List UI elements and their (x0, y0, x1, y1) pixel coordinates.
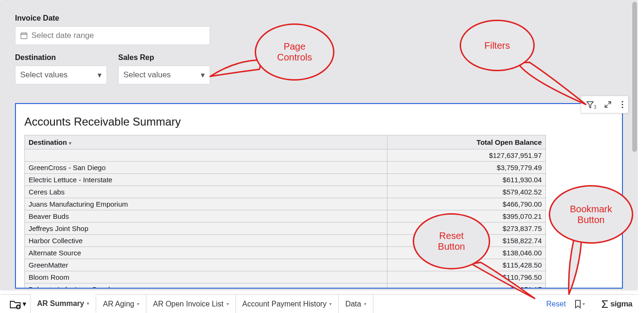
cell-destination: Belcosta Labs Long Beach (25, 283, 387, 289)
cell-destination: Electric Lettuce - Interstate (25, 174, 387, 186)
tab-account-payment-history[interactable]: Account Payment History▾ (236, 295, 339, 313)
sales-rep-label: Sales Rep (118, 53, 210, 62)
cell-destination: GreenMatter (25, 259, 387, 271)
cell-balance: $466,790.00 (387, 198, 546, 210)
chevron-down-icon: ▾ (23, 299, 26, 308)
tab-ar-open-invoice-list[interactable]: AR Open Invoice List▾ (146, 295, 235, 313)
annotation-bookmark-button: Bookmark Button (549, 185, 633, 244)
sales-rep-select[interactable]: Select values ▾ (118, 66, 210, 84)
tab-ar-summary[interactable]: AR Summary▾ (30, 294, 96, 313)
cell-balance: $127,637,951.97 (387, 149, 546, 162)
cell-destination: Juans Manufacturing Emporium (25, 198, 387, 210)
vertical-scrollbar[interactable] (632, 2, 637, 152)
column-header-balance[interactable]: Total Open Balance (387, 135, 546, 149)
table-row[interactable]: GreenCross - San Diego$3,759,779.49 (25, 162, 546, 174)
chevron-down-icon: ▾ (329, 301, 332, 306)
cell-balance: $3,759,779.49 (387, 162, 546, 174)
annotation-page-controls: Page Controls (255, 23, 334, 81)
table-row[interactable]: Electric Lettuce - Interstate$611,930.04 (25, 174, 546, 186)
tab-label: Account Payment History (242, 300, 327, 308)
brand-logo: sigma (601, 299, 632, 309)
kebab-icon (621, 100, 623, 109)
svg-rect-0 (21, 33, 27, 39)
chevron-down-icon: ▾ (98, 70, 102, 80)
svg-point-4 (621, 101, 623, 102)
table-row[interactable]: $127,637,951.97 (25, 149, 546, 162)
annotation-tail-icon (508, 60, 593, 112)
cell-destination: GreenCross - San Diego (25, 162, 387, 174)
cell-balance: $579,402.52 (387, 186, 546, 198)
table-row[interactable]: Juans Manufacturing Emporium$466,790.00 (25, 198, 546, 210)
tab-label: AR Summary (37, 299, 84, 308)
invoice-date-label: Invoice Date (15, 14, 623, 22)
date-placeholder: Select date range (31, 31, 94, 40)
folder-plus-icon (9, 299, 22, 309)
sales-rep-placeholder: Select values (123, 70, 171, 80)
tab-label: Data (345, 300, 361, 308)
bookmark-icon (574, 299, 582, 309)
sigma-logo-icon (601, 300, 608, 308)
tab-data[interactable]: Data▾ (339, 295, 373, 313)
cell-destination: Jeffreys Joint Shop (25, 223, 387, 235)
table-row[interactable]: Ceres Labs$579,402.52 (25, 186, 546, 198)
annotation-filters: Filters (460, 20, 535, 71)
cell-destination: Bloom Room (25, 271, 387, 283)
bookmark-button[interactable]: ▾ (574, 299, 585, 309)
sort-caret-icon: ▾ (69, 141, 71, 146)
reset-button[interactable]: Reset (546, 300, 566, 308)
svg-point-6 (621, 106, 623, 108)
chevron-down-icon: ▾ (87, 301, 89, 306)
more-menu-button[interactable] (621, 100, 623, 109)
tab-label: AR Aging (103, 300, 134, 308)
chevron-down-icon: ▾ (137, 301, 139, 306)
column-header-destination[interactable]: Destination ▾ (25, 135, 387, 149)
explore-menu-button[interactable]: ▾ (6, 295, 30, 313)
cell-balance: $611,930.04 (387, 174, 546, 186)
chevron-down-icon: ▾ (583, 301, 585, 306)
tab-label: AR Open Invoice List (153, 300, 223, 308)
destination-label: Destination (15, 53, 107, 62)
chevron-down-icon: ▾ (364, 301, 366, 306)
tab-ar-aging[interactable]: AR Aging▾ (96, 295, 146, 313)
annotation-tail-icon (464, 260, 544, 305)
calendar-icon (20, 32, 28, 39)
cell-destination: Ceres Labs (25, 186, 387, 198)
cell-destination: Harbor Collective (25, 235, 387, 247)
svg-point-5 (621, 104, 623, 105)
filter-count-badge: 3 (594, 104, 597, 110)
chevron-down-icon: ▾ (201, 70, 205, 80)
cell-destination (25, 149, 387, 162)
destination-placeholder: Select values (20, 70, 68, 80)
expand-icon (604, 101, 612, 108)
invoice-date-input[interactable]: Select date range (15, 26, 210, 45)
cell-destination: Alternate Source (25, 247, 387, 259)
cell-destination: Beaver Buds (25, 210, 387, 223)
annotation-reset-button: Reset Button (413, 213, 490, 269)
expand-button[interactable] (604, 101, 612, 108)
destination-select[interactable]: Select values ▾ (15, 66, 107, 84)
chevron-down-icon: ▾ (227, 301, 229, 306)
